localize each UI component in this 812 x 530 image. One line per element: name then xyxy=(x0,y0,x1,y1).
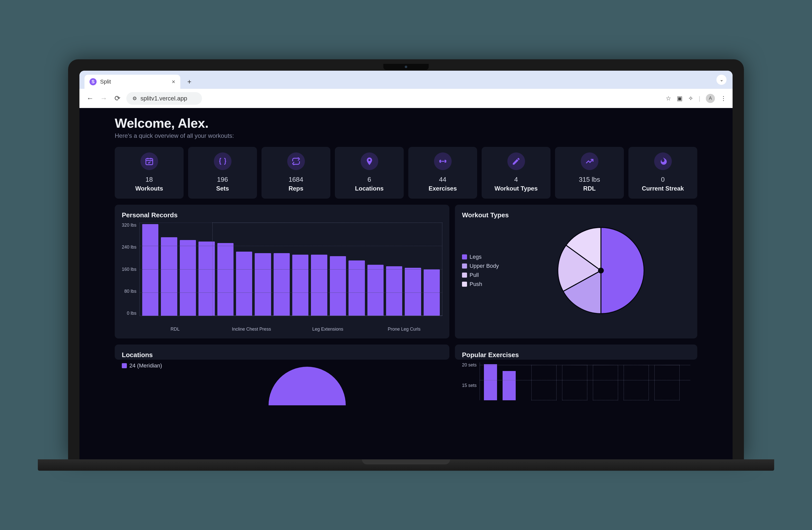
stat-label: Workout Types xyxy=(494,185,538,192)
svg-point-1 xyxy=(598,268,604,274)
bar[interactable] xyxy=(311,255,327,316)
x-tick: Prone Leg Curls xyxy=(366,326,442,332)
placeholder-box xyxy=(562,365,587,400)
legend-item: Push xyxy=(462,281,499,288)
close-icon[interactable]: × xyxy=(172,78,175,85)
app-root: Welcome, Alex. Here's a quick overview o… xyxy=(79,108,733,459)
stat-card[interactable]: 18Workouts xyxy=(115,147,184,199)
dumbbell-icon xyxy=(434,152,452,170)
bar[interactable] xyxy=(367,265,383,316)
stat-card[interactable]: 44Exercises xyxy=(408,147,477,199)
profile-avatar[interactable]: A xyxy=(706,94,715,103)
tabs-dropdown-button[interactable]: ⌄ xyxy=(716,75,726,85)
panel-title: Popular Exercises xyxy=(462,351,690,359)
stat-value: 4 xyxy=(514,176,518,183)
bar[interactable] xyxy=(348,261,365,316)
menu-icon[interactable]: ⋮ xyxy=(721,95,726,102)
bar[interactable] xyxy=(161,237,177,316)
laptop-screen: S Split × + ⌄ ← → ⟳ ⚙ splitv1.vercel.app… xyxy=(68,59,744,459)
panel-popular-exercises: Popular Exercises 20 sets15 sets xyxy=(455,345,697,360)
legend-item: Legs xyxy=(462,254,499,260)
bar[interactable] xyxy=(180,240,196,316)
pie-slice[interactable] xyxy=(601,227,644,314)
bookmark-icon[interactable]: ☆ xyxy=(666,95,671,102)
y-tick: 320 lbs xyxy=(122,223,136,228)
locations-pie xyxy=(264,362,350,405)
bar[interactable] xyxy=(199,241,215,316)
stat-card[interactable]: 196Sets xyxy=(188,147,257,199)
bar[interactable] xyxy=(484,364,497,400)
bar[interactable] xyxy=(405,268,421,316)
laptop-base xyxy=(38,459,774,471)
stat-value: 0 xyxy=(661,176,665,183)
legend-label: 24 (Meridian) xyxy=(129,362,162,369)
bar[interactable] xyxy=(255,253,271,316)
legend-label: Pull xyxy=(469,272,479,278)
browser-tab-strip: S Split × + ⌄ xyxy=(79,71,733,89)
url-text: splitv1.vercel.app xyxy=(141,95,187,102)
x-tick: Leg Extensions xyxy=(290,326,366,332)
browser-tab-active[interactable]: S Split × xyxy=(85,75,180,89)
address-bar[interactable]: ⚙ splitv1.vercel.app xyxy=(126,92,202,105)
stat-card[interactable]: 6Locations xyxy=(335,147,404,199)
bar[interactable] xyxy=(274,253,290,316)
placeholder-box xyxy=(624,365,649,400)
bar[interactable] xyxy=(142,224,158,316)
stat-value: 44 xyxy=(439,176,446,183)
reload-button[interactable]: ⟳ xyxy=(113,94,122,102)
x-tick: RDL xyxy=(137,326,213,332)
stat-value: 1684 xyxy=(289,176,303,183)
legend-label: Upper Body xyxy=(469,263,499,269)
legend-item: Upper Body xyxy=(462,263,499,269)
tab-title: Split xyxy=(100,79,111,85)
panel-workout-types: Workout Types LegsUpper BodyPullPush xyxy=(455,205,697,338)
page-subtitle: Here's a quick overview of all your work… xyxy=(115,132,697,139)
back-button[interactable]: ← xyxy=(86,94,95,102)
workout-types-pie xyxy=(553,223,649,319)
popular-exercises-chart: 20 sets15 sets xyxy=(462,362,690,400)
forward-button[interactable]: → xyxy=(99,94,108,102)
stat-card[interactable]: 1684Reps xyxy=(261,147,330,199)
stat-label: Exercises xyxy=(429,185,457,192)
stat-value: 18 xyxy=(145,176,153,183)
favicon: S xyxy=(89,78,97,85)
bar[interactable] xyxy=(386,266,402,316)
svg-rect-0 xyxy=(146,159,153,165)
braces-icon xyxy=(214,152,232,170)
site-settings-icon[interactable]: ⚙ xyxy=(132,95,137,101)
stat-card[interactable]: 0Current Streak xyxy=(628,147,697,199)
stat-label: Reps xyxy=(289,185,303,192)
workout-types-legend: LegsUpper BodyPullPush xyxy=(462,254,499,288)
trend-icon xyxy=(581,152,598,170)
placeholder-box xyxy=(531,365,556,400)
legend-label: Legs xyxy=(469,254,482,260)
new-tab-button[interactable]: + xyxy=(184,77,194,87)
download-icon[interactable]: ▣ xyxy=(677,95,683,102)
bar[interactable] xyxy=(330,256,346,316)
stat-label: Workouts xyxy=(135,185,163,192)
personal-records-chart: 320 lbs240 lbs160 lbs80 lbs0 lbs xyxy=(122,223,442,323)
bar[interactable] xyxy=(217,243,233,316)
y-tick: 20 sets xyxy=(462,362,477,368)
stat-card[interactable]: 315 lbsRDL xyxy=(555,147,624,199)
panel-locations: Locations 24 (Meridian) xyxy=(115,345,449,360)
legend-item: 24 (Meridian) xyxy=(122,362,162,369)
panel-title: Workout Types xyxy=(462,211,690,219)
panel-personal-records: Personal Records 320 lbs240 lbs160 lbs80… xyxy=(115,205,449,338)
stat-card[interactable]: 4Workout Types xyxy=(482,147,551,199)
placeholder-box xyxy=(654,365,680,400)
flame-icon xyxy=(654,152,672,170)
stat-value: 196 xyxy=(217,176,228,183)
repeat-icon xyxy=(287,152,305,170)
placeholder-box xyxy=(593,365,618,400)
bar[interactable] xyxy=(503,371,516,400)
laptop-frame: S Split × + ⌄ ← → ⟳ ⚙ splitv1.vercel.app… xyxy=(68,59,744,471)
stat-value: 315 lbs xyxy=(579,176,600,183)
stat-label: Sets xyxy=(216,185,229,192)
extensions-icon[interactable]: ✧ xyxy=(688,95,693,102)
y-tick: 15 sets xyxy=(462,383,477,388)
pencil-icon xyxy=(507,152,525,170)
locations-legend: 24 (Meridian) xyxy=(122,362,162,369)
bar[interactable] xyxy=(236,252,252,316)
bar[interactable] xyxy=(292,255,308,316)
